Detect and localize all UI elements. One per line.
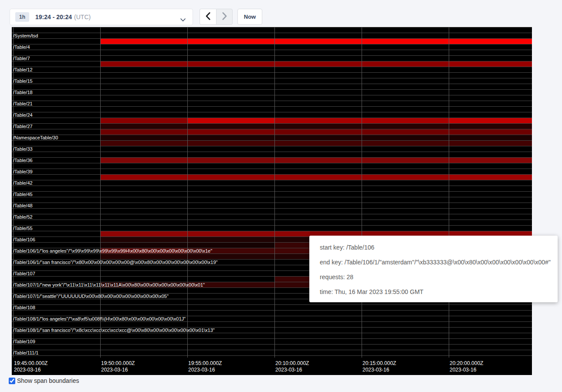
heatmap-row[interactable] <box>12 33 532 39</box>
heatmap-cell[interactable] <box>100 61 187 67</box>
heatmap-cell[interactable] <box>100 135 187 140</box>
heatmap-cell[interactable] <box>187 39 274 44</box>
heatmap-row[interactable] <box>12 197 532 203</box>
heatmap-row[interactable] <box>12 124 532 129</box>
heatmap-cell[interactable] <box>100 129 187 135</box>
time-range-dropdown[interactable]: 1h 19:24 - 20:24 (UTC) <box>10 9 193 25</box>
heatmap-cell[interactable] <box>449 158 532 163</box>
heatmap-cell[interactable] <box>100 141 187 146</box>
heatmap-cell[interactable] <box>100 254 187 259</box>
heatmap-cell[interactable] <box>274 39 362 44</box>
heatmap-row[interactable] <box>12 158 532 163</box>
heatmap-row[interactable] <box>12 175 532 180</box>
heatmap-cell[interactable] <box>100 158 187 163</box>
heatmap-row[interactable] <box>12 146 532 152</box>
heatmap-cell[interactable] <box>274 118 362 123</box>
heatmap-cell[interactable] <box>187 124 274 129</box>
heatmap-row[interactable] <box>12 27 532 33</box>
heatmap-cell[interactable] <box>362 129 449 135</box>
heatmap-cell[interactable] <box>274 129 362 135</box>
heatmap-cell[interactable] <box>449 175 532 180</box>
heatmap-row[interactable] <box>12 112 532 118</box>
heatmap-cell[interactable] <box>362 61 449 67</box>
heatmap-cell[interactable] <box>100 243 187 248</box>
heatmap-cell[interactable] <box>362 124 449 129</box>
heatmap-cell[interactable] <box>100 175 187 180</box>
heatmap-row[interactable] <box>12 339 532 345</box>
heatmap-cell[interactable] <box>187 254 274 259</box>
prev-time-button[interactable] <box>200 9 216 25</box>
heatmap-row[interactable] <box>12 101 532 107</box>
heatmap-cell[interactable] <box>362 118 449 123</box>
heatmap-row[interactable] <box>12 141 532 146</box>
heatmap-cell[interactable] <box>187 175 274 180</box>
heatmap-cell[interactable] <box>449 118 532 123</box>
heatmap-cell[interactable] <box>449 141 532 146</box>
heatmap-row[interactable] <box>12 311 532 316</box>
heatmap-row[interactable] <box>12 107 532 112</box>
heatmap-row[interactable] <box>12 186 532 192</box>
heatmap-cell[interactable] <box>187 129 274 135</box>
heatmap-cell[interactable] <box>187 243 274 248</box>
heatmap-cell[interactable] <box>449 135 532 140</box>
heatmap-row[interactable] <box>12 129 532 135</box>
heatmap-cell[interactable] <box>274 175 362 180</box>
heatmap-row[interactable] <box>12 61 532 67</box>
heatmap-cell[interactable] <box>274 135 362 140</box>
heatmap-row[interactable] <box>12 78 532 84</box>
heatmap-cell[interactable] <box>100 237 187 242</box>
next-time-button[interactable] <box>216 9 233 25</box>
now-button[interactable]: Now <box>237 9 262 25</box>
heatmap-row[interactable] <box>12 180 532 186</box>
heatmap-cell[interactable] <box>100 231 187 237</box>
heatmap-cell[interactable] <box>100 124 187 129</box>
heatmap-cell[interactable] <box>362 141 449 146</box>
show-span-boundaries-checkbox[interactable] <box>9 378 15 384</box>
heatmap-row[interactable] <box>12 203 532 209</box>
heatmap-row[interactable] <box>12 192 532 197</box>
heatmap-cell[interactable] <box>449 61 532 67</box>
heatmap-row[interactable] <box>12 95 532 101</box>
heatmap-row[interactable] <box>12 163 532 169</box>
heatmap-row[interactable] <box>12 169 532 175</box>
heatmap-cell[interactable] <box>187 61 274 67</box>
heatmap-row[interactable] <box>12 39 532 44</box>
heatmap-cell[interactable] <box>274 141 362 146</box>
heatmap-row[interactable] <box>12 84 532 90</box>
heatmap-cell[interactable] <box>187 135 274 140</box>
heatmap-cell[interactable] <box>449 129 532 135</box>
heatmap-row[interactable] <box>12 305 532 311</box>
heatmap-cell[interactable] <box>274 124 362 129</box>
heatmap-row[interactable] <box>12 226 532 231</box>
heatmap-row[interactable] <box>12 322 532 328</box>
heatmap-cell[interactable] <box>100 118 187 123</box>
heatmap-row[interactable] <box>12 135 532 141</box>
heatmap-cell[interactable] <box>362 158 449 163</box>
heatmap-row[interactable] <box>12 350 532 356</box>
heatmap-row[interactable] <box>12 44 532 50</box>
heatmap-cell[interactable] <box>274 158 362 163</box>
heatmap-row[interactable] <box>12 67 532 73</box>
heatmap-cell[interactable] <box>362 39 449 44</box>
heatmap-cell[interactable] <box>187 237 274 242</box>
heatmap-cell[interactable] <box>449 39 532 44</box>
heatmap-cell[interactable] <box>449 124 532 129</box>
heatmap-cell[interactable] <box>187 141 274 146</box>
heatmap-row[interactable] <box>12 209 532 214</box>
heatmap-cell[interactable] <box>187 118 274 123</box>
heatmap-cell[interactable] <box>362 135 449 140</box>
heatmap-row[interactable] <box>12 90 532 95</box>
heatmap-row[interactable] <box>12 214 532 220</box>
heatmap-row[interactable] <box>12 73 532 78</box>
heatmap-row[interactable] <box>12 50 532 56</box>
heatmap-cell[interactable] <box>274 61 362 67</box>
key-visualizer-heatmap[interactable]: /System/tsd/Table/4/Table/7/Table/12/Tab… <box>12 27 532 375</box>
heatmap-row[interactable] <box>12 333 532 339</box>
heatmap-row[interactable] <box>12 345 532 350</box>
heatmap-cell[interactable] <box>362 175 449 180</box>
heatmap-cell[interactable] <box>187 158 274 163</box>
heatmap-cell[interactable] <box>187 231 274 237</box>
heatmap-row[interactable] <box>12 152 532 158</box>
heatmap-row[interactable] <box>12 56 532 61</box>
heatmap-cell[interactable] <box>100 39 187 44</box>
